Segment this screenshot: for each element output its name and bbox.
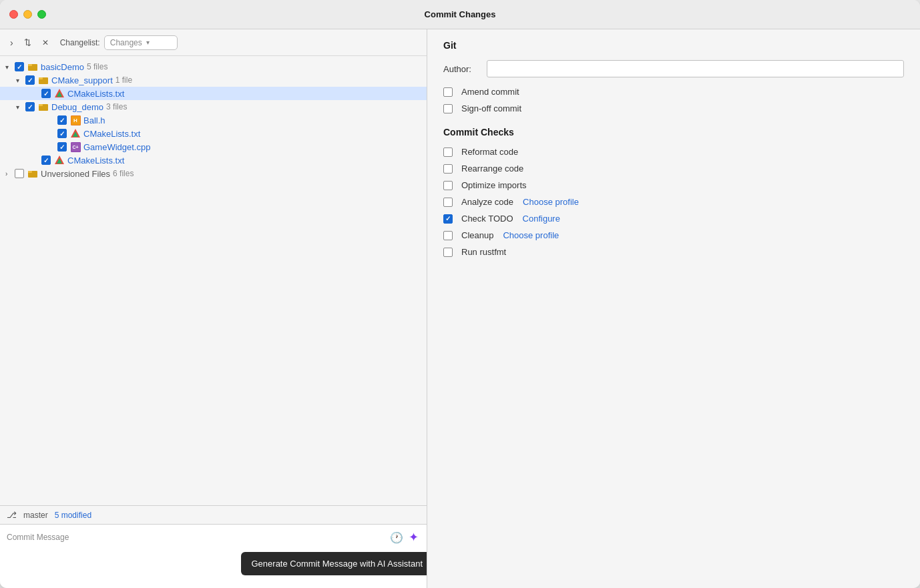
commit-message-label: Commit Message [7, 533, 69, 542]
expand-button[interactable]: › [7, 35, 17, 50]
file-name: CMakeLists.txt [67, 89, 124, 99]
list-item[interactable]: ▾ CMakeLists.txt [0, 127, 427, 140]
chevron-right-icon: › [10, 37, 13, 48]
cleanup-label: Cleanup [461, 230, 493, 240]
sign-off-row: Sign-off commit [443, 103, 904, 113]
chevron-right-icon: › [5, 170, 15, 178]
dropdown-chevron-icon: ▾ [146, 39, 150, 46]
amend-commit-row: Amend commit [443, 87, 904, 97]
sign-off-label: Sign-off commit [461, 103, 521, 113]
titlebar: Commit Changes [0, 0, 920, 29]
folder-icon [38, 101, 49, 112]
analyze-row: Analyze code Choose profile [443, 197, 904, 207]
header-icon: H [70, 115, 81, 125]
checkbox-ball-h[interactable] [57, 115, 67, 125]
changelist-label: Changelist: [60, 38, 100, 47]
file-name: CMakeLists.txt [83, 129, 140, 139]
checkbox-gamewidget[interactable] [57, 142, 67, 152]
chevron-down-icon: ▾ [16, 103, 25, 111]
commit-message-header: Commit Message 🕐 ✦ Generate Commit Messa… [0, 525, 427, 547]
optimize-checkbox[interactable] [443, 181, 453, 190]
author-input[interactable] [487, 60, 904, 77]
cleanup-row: Cleanup Choose profile [443, 230, 904, 240]
close-button[interactable] [9, 10, 18, 19]
cleanup-checkbox[interactable] [443, 231, 453, 240]
sort-icon: ⇅ [24, 37, 31, 47]
file-tree: ▾ basicDemo 5 files ▾ CMake_support [0, 56, 427, 505]
collapse-button[interactable]: ✕ [39, 36, 52, 49]
changelist-dropdown[interactable]: Changes ▾ [104, 35, 178, 50]
folder-icon [38, 75, 49, 85]
checkbox-cmakelists1[interactable] [41, 89, 51, 98]
list-item[interactable]: ▾ Debug_demo 3 files [0, 100, 427, 113]
minimize-button[interactable] [23, 10, 32, 19]
file-name: basicDemo [41, 62, 84, 72]
checkbox-cmakelists2[interactable] [57, 129, 67, 138]
cmake-icon [70, 128, 81, 139]
cmake-icon [54, 88, 65, 99]
list-item[interactable]: › Unversioned Files 6 files [0, 167, 427, 180]
commit-history-button[interactable]: 🕐 [389, 530, 405, 545]
file-name: GameWidget.cpp [83, 142, 150, 152]
file-count: 3 files [106, 102, 127, 111]
cpp-icon: C+ [70, 141, 81, 152]
list-item[interactable]: ▾ CMakeLists.txt [0, 154, 427, 167]
main-content: › ⇅ ✕ Changelist: Changes ▾ ▾ [0, 29, 920, 588]
rearrange-checkbox[interactable] [443, 164, 453, 174]
chevron-down-icon: ▾ [5, 63, 15, 71]
branch-name: master [23, 511, 48, 520]
list-item[interactable]: ▾ basicDemo 5 files [0, 60, 427, 73]
run-rustfmt-label: Run rustfmt [461, 247, 506, 257]
optimize-row: Optimize imports [443, 180, 904, 190]
choose-profile-1-button[interactable]: Choose profile [523, 197, 579, 207]
file-name: CMakeLists.txt [67, 156, 124, 166]
list-item[interactable]: ▾ H Ball.h [0, 113, 427, 127]
ai-sparkle-icon: ✦ [409, 531, 419, 544]
folder-icon [27, 168, 38, 179]
git-section-title: Git [443, 40, 904, 51]
reformat-row: Reformat code [443, 147, 904, 157]
file-name: CMake_support [51, 75, 113, 85]
analyze-label: Analyze code [461, 197, 513, 207]
run-rustfmt-checkbox[interactable] [443, 248, 453, 257]
sign-off-checkbox[interactable] [443, 104, 453, 113]
choose-profile-2-button[interactable]: Choose profile [503, 230, 559, 240]
collapse-icon: ✕ [42, 38, 49, 47]
chevron-down-icon: ▾ [16, 77, 25, 84]
checkbox-debug-demo[interactable] [25, 102, 35, 111]
file-count: 1 file [116, 75, 132, 85]
commit-message-actions: 🕐 ✦ Generate Commit Message with AI Assi… [389, 529, 420, 546]
maximize-button[interactable] [37, 10, 46, 19]
folder-icon [27, 61, 38, 72]
file-name: Debug_demo [51, 102, 103, 112]
check-todo-checkbox[interactable] [443, 214, 453, 224]
reformat-checkbox[interactable] [443, 148, 453, 157]
file-name: Ball.h [83, 115, 105, 125]
checkbox-cmake-support[interactable] [25, 75, 35, 85]
window-title: Commit Changes [425, 9, 496, 19]
list-item[interactable]: ▾ CMake_support 1 file [0, 73, 427, 87]
list-item[interactable]: ▾ CMakeLists.txt [0, 87, 427, 100]
list-item[interactable]: ▾ C+ GameWidget.cpp [0, 140, 427, 154]
toolbar: › ⇅ ✕ Changelist: Changes ▾ [0, 29, 427, 56]
author-row: Author: [443, 60, 904, 77]
commit-checks-title: Commit Checks [443, 127, 904, 137]
ai-generate-button[interactable]: ✦ [407, 529, 420, 546]
rearrange-row: Rearrange code [443, 164, 904, 174]
reformat-label: Reformat code [461, 147, 518, 157]
sort-button[interactable]: ⇅ [21, 35, 35, 49]
analyze-checkbox[interactable] [443, 198, 453, 207]
run-rustfmt-row: Run rustfmt [443, 247, 904, 257]
amend-commit-checkbox[interactable] [443, 87, 453, 97]
commit-message-area: Commit Message 🕐 ✦ Generate Commit Messa… [0, 524, 427, 588]
configure-button[interactable]: Configure [523, 214, 560, 224]
git-branch-icon: ⎇ [7, 510, 17, 520]
history-icon: 🕐 [390, 532, 403, 543]
checkbox-unversioned[interactable] [15, 169, 24, 178]
optimize-label: Optimize imports [461, 180, 527, 190]
checkbox-cmakelists3[interactable] [41, 156, 51, 165]
cmake-icon [54, 155, 65, 166]
checkbox-basicdemo[interactable] [15, 62, 24, 71]
svg-rect-3 [39, 77, 43, 79]
amend-commit-label: Amend commit [461, 87, 519, 97]
